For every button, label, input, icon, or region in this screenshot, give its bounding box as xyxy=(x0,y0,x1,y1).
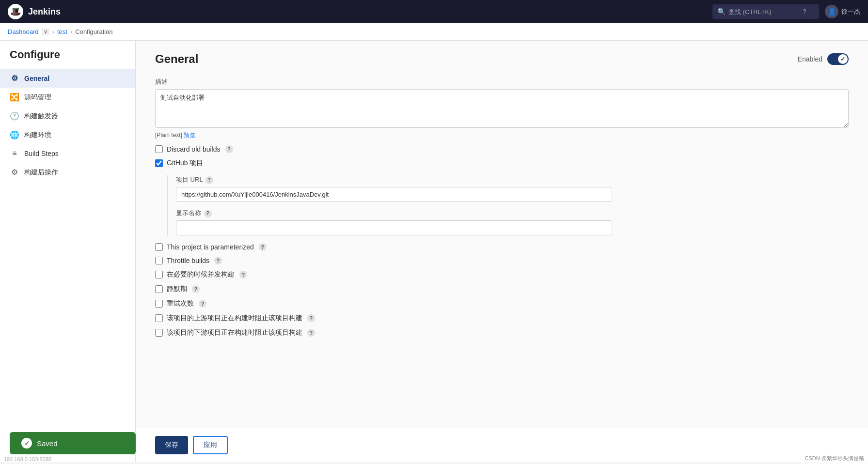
sidebar-item-source-label: 源码管理 xyxy=(24,93,51,102)
sidebar-item-triggers[interactable]: 🕐 构建触发器 xyxy=(0,107,135,125)
search-icon: 🔍 xyxy=(717,8,726,15)
sidebar-item-env[interactable]: 🌐 构建环境 xyxy=(0,125,135,144)
enabled-label: Enabled xyxy=(798,55,822,63)
source-icon: 🔀 xyxy=(10,93,19,102)
discard-old-builds-row: Discard old builds ? xyxy=(155,145,849,153)
parameterized-help-icon[interactable]: ? xyxy=(259,243,267,251)
clock-icon: 🕐 xyxy=(10,111,19,121)
toggle-check-icon: ✓ xyxy=(840,56,845,62)
user-info[interactable]: 👤 徐一杰 xyxy=(825,5,860,18)
discard-old-builds-label: Discard old builds xyxy=(167,145,221,153)
discard-old-builds-checkbox[interactable] xyxy=(155,145,163,153)
retry-checkbox[interactable] xyxy=(155,300,163,308)
main-layout: Configure ⚙ General 🔀 源码管理 🕐 构建触发器 🌐 构建环… xyxy=(0,41,868,462)
description-textarea[interactable]: 测试自动化部署 xyxy=(155,89,849,128)
enabled-toggle[interactable]: ✓ xyxy=(827,53,849,65)
apply-button[interactable]: 应用 xyxy=(193,436,228,454)
sidebar-item-general-label: General xyxy=(24,75,49,82)
section-header: General Enabled ✓ xyxy=(155,52,849,66)
quiet-period-checkbox[interactable] xyxy=(155,285,163,293)
globe-icon: 🌐 xyxy=(10,130,19,139)
sidebar: Configure ⚙ General 🔀 源码管理 🕐 构建触发器 🌐 构建环… xyxy=(0,41,136,462)
sidebar-item-source[interactable]: 🔀 源码管理 xyxy=(0,88,135,107)
toast-message: Saved xyxy=(37,439,58,448)
quiet-period-help-icon[interactable]: ? xyxy=(192,285,200,293)
url-label: 项目 URL ? xyxy=(176,175,849,184)
preview-link[interactable]: 预览 xyxy=(184,132,195,139)
github-project-row: GitHub 项目 xyxy=(155,159,849,168)
upstream-block-label: 该项目的上游项目正在构建时阻止该项目构建 xyxy=(167,314,302,323)
concurrent-row: 在必要的时候并发构建 ? xyxy=(155,270,849,279)
downstream-block-label: 该项目的下游项目正在构建时阻止该项目构建 xyxy=(167,328,302,337)
retry-help-icon[interactable]: ? xyxy=(199,300,206,308)
ip-hint: 192.168.0.103:8080 xyxy=(0,454,55,462)
breadcrumb-sep-2: › xyxy=(70,28,72,35)
user-name: 徐一杰 xyxy=(841,7,860,16)
sidebar-item-build-steps[interactable]: ≡ Build Steps xyxy=(0,144,135,163)
gear-icon: ⚙ xyxy=(10,74,19,83)
display-name-help-icon[interactable]: ? xyxy=(204,210,212,217)
parameterized-label: This project is parameterized xyxy=(167,243,254,251)
sidebar-item-post-build[interactable]: ⚙ 构建后操作 xyxy=(0,163,135,182)
sidebar-title: Configure xyxy=(0,48,135,69)
steps-icon: ≡ xyxy=(10,149,19,158)
parameterized-row: This project is parameterized ? xyxy=(155,243,849,251)
concurrent-help-icon[interactable]: ? xyxy=(239,271,247,278)
discard-old-builds-help-icon[interactable]: ? xyxy=(225,145,233,153)
github-project-checkbox[interactable] xyxy=(155,159,163,167)
csdn-hint: CSDN @紫华尽头满是殇 xyxy=(801,453,868,462)
header-left: 🎩 Jenkins xyxy=(8,4,61,19)
concurrent-checkbox[interactable] xyxy=(155,271,163,278)
content-area: General Enabled ✓ 描述 测试自动化部署 [Plain text… xyxy=(136,41,868,428)
header-right: 🔍 ? 👤 徐一杰 xyxy=(712,4,860,19)
saved-toast: ✓ Saved xyxy=(10,432,136,454)
search-box[interactable]: 🔍 ? xyxy=(712,4,819,19)
display-name-label-text: 显示名称 xyxy=(176,209,201,217)
sidebar-item-general[interactable]: ⚙ General xyxy=(0,69,135,88)
sidebar-item-env-label: 构建环境 xyxy=(24,131,51,139)
github-indented-section: 项目 URL ? 显示名称 ? xyxy=(167,175,849,235)
upstream-block-help-icon[interactable]: ? xyxy=(307,314,315,322)
save-button[interactable]: 保存 xyxy=(155,436,188,454)
breadcrumb-sep-1: › xyxy=(52,28,54,35)
upstream-block-checkbox[interactable] xyxy=(155,314,163,322)
throttle-row: Throttle builds ? xyxy=(155,257,849,264)
sidebar-item-build-steps-label: Build Steps xyxy=(24,150,59,157)
display-name-input[interactable] xyxy=(176,220,612,235)
app-title: Jenkins xyxy=(28,7,61,17)
url-label-text: 项目 URL xyxy=(176,176,203,183)
breadcrumb-test[interactable]: test xyxy=(57,28,67,35)
breadcrumb-dropdown-icon[interactable]: ∨ xyxy=(42,28,49,35)
parameterized-checkbox[interactable] xyxy=(155,243,163,251)
breadcrumb-current: Configuration xyxy=(75,28,112,35)
display-name-label: 显示名称 ? xyxy=(176,209,849,217)
quiet-period-row: 静默期 ? xyxy=(155,285,849,294)
search-help-button[interactable]: ? xyxy=(799,6,810,17)
search-input[interactable] xyxy=(728,8,796,15)
url-help-icon[interactable]: ? xyxy=(205,176,213,184)
github-project-label: GitHub 项目 xyxy=(167,159,203,168)
section-title: General xyxy=(155,52,198,66)
plain-text-hint: [Plain text] 预览 xyxy=(155,131,849,139)
plain-text-prefix: [Plain text] xyxy=(155,132,182,139)
bottom-bar: 保存 应用 xyxy=(136,428,868,462)
jenkins-logo-icon: 🎩 xyxy=(10,6,21,17)
retry-row: 重试次数 ? xyxy=(155,299,849,308)
quiet-period-label: 静默期 xyxy=(167,285,187,294)
breadcrumb-dashboard[interactable]: Dashboard xyxy=(8,28,39,35)
throttle-help-icon[interactable]: ? xyxy=(214,257,222,264)
post-build-icon: ⚙ xyxy=(10,168,19,177)
breadcrumb: Dashboard ∨ › test › Configuration xyxy=(0,23,868,41)
avatar: 👤 xyxy=(825,5,838,18)
sidebar-item-triggers-label: 构建触发器 xyxy=(24,112,58,121)
github-url-input[interactable] xyxy=(176,187,612,202)
throttle-checkbox[interactable] xyxy=(155,257,163,264)
header: 🎩 Jenkins 🔍 ? 👤 徐一杰 xyxy=(0,0,868,23)
downstream-block-row: 该项目的下游项目正在构建时阻止该项目构建 ? xyxy=(155,328,849,337)
toast-check-icon: ✓ xyxy=(21,438,32,449)
downstream-block-help-icon[interactable]: ? xyxy=(307,329,315,337)
throttle-label: Throttle builds xyxy=(167,257,209,264)
downstream-block-checkbox[interactable] xyxy=(155,329,163,337)
concurrent-label: 在必要的时候并发构建 xyxy=(167,270,235,279)
retry-label: 重试次数 xyxy=(167,299,194,308)
